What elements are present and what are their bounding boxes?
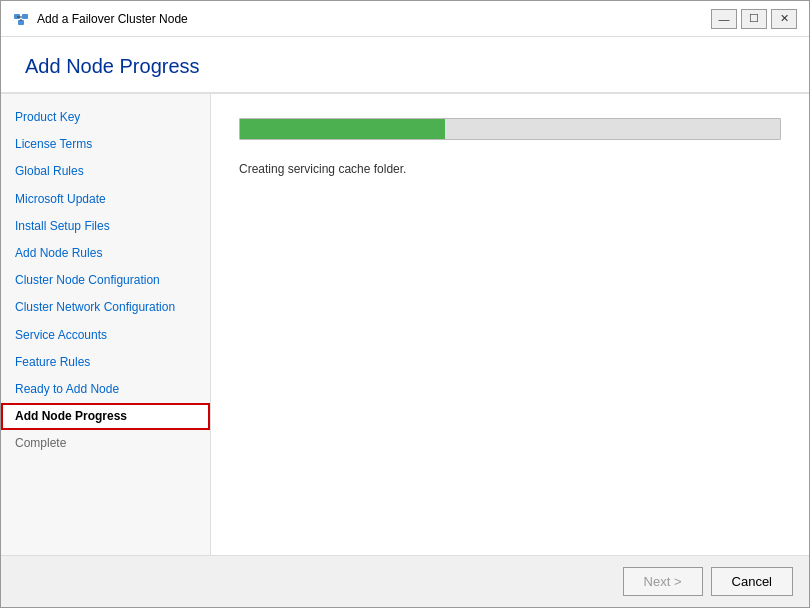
title-bar-controls: — ☐ ✕ <box>711 9 797 29</box>
sidebar-item-cluster-network-configuration[interactable]: Cluster Network Configuration <box>1 294 210 321</box>
sidebar-item-ready-to-add-node[interactable]: Ready to Add Node <box>1 376 210 403</box>
next-button[interactable]: Next > <box>623 567 703 596</box>
sidebar-item-license-terms[interactable]: License Terms <box>1 131 210 158</box>
sidebar: Product KeyLicense TermsGlobal RulesMicr… <box>1 94 211 555</box>
sidebar-item-complete: Complete <box>1 430 210 457</box>
close-button[interactable]: ✕ <box>771 9 797 29</box>
progress-bar-fill <box>240 119 445 139</box>
main-window: Add a Failover Cluster Node — ☐ ✕ Add No… <box>0 0 810 608</box>
title-bar-left: Add a Failover Cluster Node <box>13 11 188 27</box>
sidebar-item-add-node-progress[interactable]: Add Node Progress <box>1 403 210 430</box>
header-area: Add Node Progress <box>1 37 809 94</box>
sidebar-item-add-node-rules[interactable]: Add Node Rules <box>1 240 210 267</box>
window-icon <box>13 11 29 27</box>
cancel-button[interactable]: Cancel <box>711 567 793 596</box>
sidebar-item-feature-rules[interactable]: Feature Rules <box>1 349 210 376</box>
sidebar-item-global-rules[interactable]: Global Rules <box>1 158 210 185</box>
sidebar-item-install-setup-files[interactable]: Install Setup Files <box>1 213 210 240</box>
content-area: Product KeyLicense TermsGlobal RulesMicr… <box>1 94 809 555</box>
svg-rect-1 <box>22 14 28 19</box>
progress-bar-container <box>239 118 781 140</box>
maximize-button[interactable]: ☐ <box>741 9 767 29</box>
progress-status: Creating servicing cache folder. <box>239 162 781 176</box>
footer: Next > Cancel <box>1 555 809 607</box>
page-title: Add Node Progress <box>25 55 785 78</box>
sidebar-item-product-key[interactable]: Product Key <box>1 104 210 131</box>
title-bar: Add a Failover Cluster Node — ☐ ✕ <box>1 1 809 37</box>
minimize-button[interactable]: — <box>711 9 737 29</box>
main-panel: Creating servicing cache folder. <box>211 94 809 555</box>
sidebar-item-microsoft-update[interactable]: Microsoft Update <box>1 186 210 213</box>
sidebar-item-cluster-node-configuration[interactable]: Cluster Node Configuration <box>1 267 210 294</box>
title-bar-text: Add a Failover Cluster Node <box>37 12 188 26</box>
sidebar-item-service-accounts[interactable]: Service Accounts <box>1 322 210 349</box>
